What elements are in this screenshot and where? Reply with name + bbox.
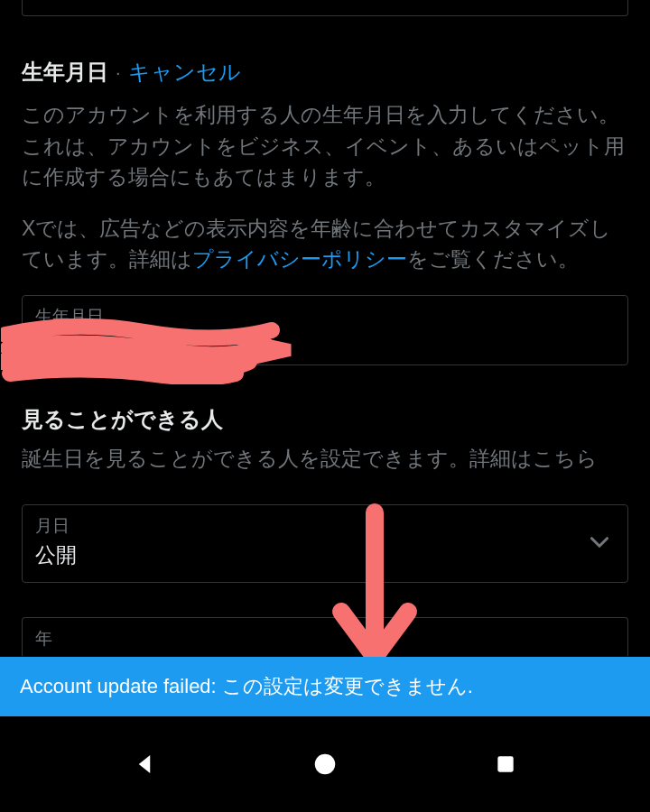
birthdate-section-header: 生年月日 · キャンセル: [22, 58, 628, 87]
separator: ·: [116, 62, 121, 83]
android-navbar: [0, 716, 650, 812]
birthdate-description-1: このアカウントを利用する人の生年月日を入力してください。これは、アカウントをビジ…: [22, 99, 628, 193]
year-label: 年: [35, 627, 615, 651]
nav-recent-button[interactable]: [483, 742, 528, 787]
privacy-policy-link[interactable]: プライバシーポリシー: [192, 247, 407, 271]
visibility-learn-more-link[interactable]: 詳細はこちら: [469, 447, 598, 470]
visibility-title: 見ることができる人: [22, 405, 628, 434]
month-day-value: 公開: [35, 541, 77, 569]
desc2-suffix: をご覧ください。: [407, 247, 579, 271]
month-day-label: 月日: [35, 514, 77, 538]
birthdate-title: 生年月日: [22, 58, 108, 87]
svg-point-0: [315, 754, 336, 775]
home-circle-icon: [311, 751, 339, 778]
back-triangle-icon: [131, 751, 158, 778]
recent-square-icon: [494, 752, 517, 776]
month-day-visibility-select[interactable]: 月日 公開: [22, 504, 628, 583]
chevron-down-icon: [584, 527, 615, 558]
birthdate-input[interactable]: 生年月日: [22, 295, 628, 365]
birthdate-description-2: Xでは、広告などの表示内容を年齢に合わせてカスタマイズしています。詳細はプライバ…: [22, 213, 628, 275]
svg-rect-1: [497, 756, 513, 771]
birthdate-input-label: 生年月日: [35, 305, 615, 328]
visibility-desc-prefix: 誕生日を見ることができる人を設定できます。: [22, 447, 469, 470]
cancel-link[interactable]: キャンセル: [128, 58, 241, 87]
error-toast-message: Account update failed: この設定は変更できません.: [20, 675, 473, 697]
error-toast: Account update failed: この設定は変更できません.: [0, 657, 650, 716]
year-visibility-select[interactable]: 年: [22, 617, 628, 656]
previous-field-partial[interactable]: [22, 0, 628, 16]
nav-home-button[interactable]: [302, 742, 348, 787]
visibility-description: 誕生日を見ることができる人を設定できます。詳細はこちら: [22, 443, 628, 475]
nav-back-button[interactable]: [122, 742, 167, 787]
